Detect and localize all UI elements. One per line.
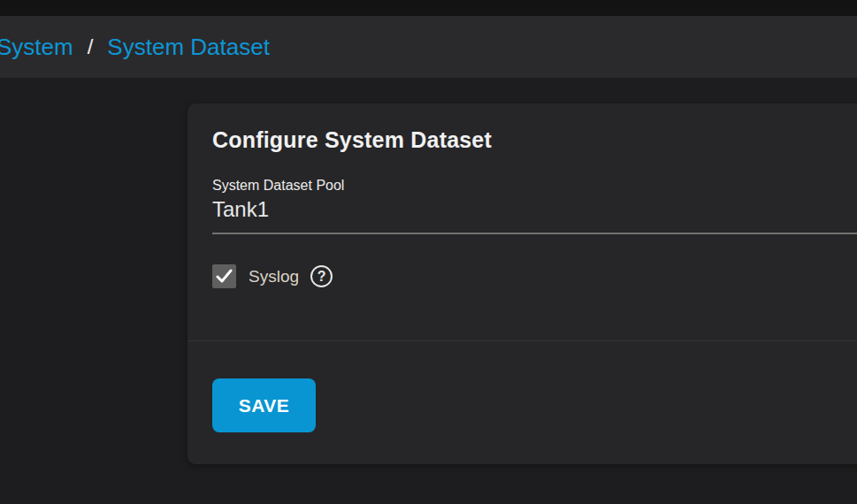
breadcrumb-bar: System / System Dataset bbox=[0, 16, 857, 78]
top-bar bbox=[0, 0, 857, 16]
system-dataset-pool-select[interactable]: Tank1 bbox=[212, 196, 269, 223]
system-dataset-pool-label: System Dataset Pool bbox=[212, 178, 344, 194]
syslog-checkbox[interactable] bbox=[212, 264, 236, 288]
syslog-label[interactable]: Syslog bbox=[249, 267, 299, 286]
save-button[interactable]: SAVE bbox=[212, 378, 316, 432]
card-divider bbox=[187, 340, 857, 341]
help-icon[interactable]: ? bbox=[310, 265, 333, 287]
breadcrumb: System / System Dataset bbox=[0, 34, 270, 61]
syslog-checkbox-row: Syslog ? bbox=[212, 264, 333, 288]
breadcrumb-link-system-dataset[interactable]: System Dataset bbox=[107, 34, 270, 61]
configure-system-dataset-card: Configure System Dataset System Dataset … bbox=[187, 103, 857, 464]
page-title: Configure System Dataset bbox=[212, 127, 492, 153]
breadcrumb-link-system[interactable]: System bbox=[0, 34, 73, 61]
page: System / System Dataset Configure System… bbox=[0, 0, 857, 504]
check-icon bbox=[215, 267, 233, 286]
system-dataset-pool-underline bbox=[212, 233, 857, 234]
breadcrumb-separator: / bbox=[88, 34, 94, 59]
